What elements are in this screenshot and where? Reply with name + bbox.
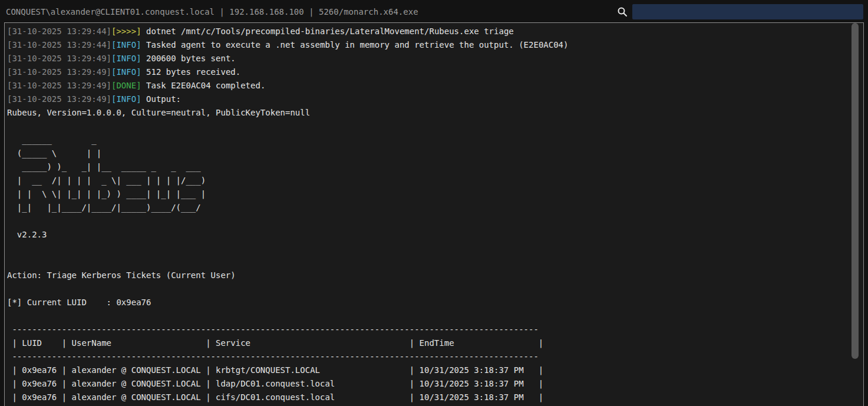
terminal-segment-text: Rubeus, Version=1.0.0.0, Culture=neutral… — [7, 108, 310, 117]
terminal-line: [31-10-2025 13:29:44][INFO] Tasked agent… — [7, 38, 848, 52]
terminal-line: | __ /| | | | _ \| ___ | | | |/___) — [7, 174, 848, 187]
terminal-segment-text: | | \ \| |_| | |_) ) ____| |_| |___ | — [7, 189, 206, 199]
terminal-segment-text: v2.2.3 — [7, 230, 47, 239]
terminal-line: [31-10-2025 13:29:49][INFO] 512 bytes re… — [7, 65, 848, 79]
terminal-segment-text: Output: — [141, 94, 181, 104]
scrollbar-thumb[interactable] — [852, 23, 859, 359]
terminal-segment-info: [INFO] — [111, 67, 141, 77]
terminal-segment-info: [INFO] — [111, 40, 141, 49]
terminal-segment-text: 200600 bytes sent. — [141, 54, 236, 63]
session-info: CONQUEST\alexander@CLIENT01.conquest.loc… — [6, 7, 418, 16]
terminal-line — [7, 255, 848, 269]
terminal-line: ----------------------------------------… — [7, 323, 848, 336]
terminal-line: [31-10-2025 13:29:49][INFO] 200600 bytes… — [7, 52, 848, 65]
terminal-line: [31-10-2025 13:29:49][DONE] Task E2E0AC0… — [7, 79, 848, 93]
terminal-line: | | \ \| |_| | |_) ) ____| |_| |___ | — [7, 187, 848, 201]
terminal-segment-text: | 0x9ea76 | alexander @ CONQUEST.LOCAL |… — [7, 392, 543, 402]
terminal-segment-text: | 0x9ea76 | alexander @ CONQUEST.LOCAL |… — [7, 379, 543, 388]
terminal-segment-info: [INFO] — [111, 54, 141, 63]
terminal-segment-command: [>>>>] — [111, 27, 141, 36]
terminal-panel: [31-10-2025 13:29:44][>>>>] dotnet /mnt/… — [4, 22, 864, 406]
search-icon[interactable] — [617, 6, 628, 17]
terminal-segment-text: dotnet /mnt/c/Tools/precompiled-binaries… — [141, 27, 514, 36]
agent-console: CONQUEST\alexander@CLIENT01.conquest.loc… — [0, 0, 868, 406]
terminal-segment-text: Tasked agent to execute a .net assembly … — [141, 40, 569, 49]
terminal-line — [7, 309, 848, 323]
terminal-line: [31-10-2025 13:29:44][>>>>] dotnet /mnt/… — [7, 25, 848, 38]
terminal-line — [7, 120, 848, 133]
terminal-segment-text: Task E2E0AC04 completed. — [141, 81, 266, 90]
search-area — [617, 4, 863, 19]
terminal-segment-info: [INFO] — [111, 94, 141, 104]
session-header: CONQUEST\alexander@CLIENT01.conquest.loc… — [0, 0, 868, 23]
search-input[interactable] — [632, 4, 863, 19]
terminal-line: ----------------------------------------… — [7, 350, 848, 364]
terminal-segment-text: ----------------------------------------… — [7, 325, 539, 334]
terminal-line: | LUID | UserName | Service | EndTime | — [7, 336, 848, 350]
terminal-line: Rubeus, Version=1.0.0.0, Culture=neutral… — [7, 106, 848, 120]
terminal-line: _____) )_ _| |__ _____ _ _ ___ — [7, 160, 848, 174]
terminal-segment-done: [DONE] — [111, 81, 141, 90]
terminal-segment-text: _____) )_ _| |__ _____ _ _ ___ — [7, 162, 206, 171]
terminal-segment-text: ----------------------------------------… — [7, 352, 539, 361]
terminal-segment-text: 512 bytes received. — [141, 67, 241, 77]
terminal-segment-text: | 0x9ea76 | alexander @ CONQUEST.LOCAL |… — [7, 365, 543, 375]
terminal-line: | 0x9ea76 | alexander @ CONQUEST.LOCAL |… — [7, 364, 848, 377]
terminal-segment-text: (_____ \ | | — [7, 148, 206, 158]
terminal-line: ______ _ — [7, 133, 848, 147]
terminal-line: | 0x9ea76 | alexander @ CONQUEST.LOCAL |… — [7, 377, 848, 391]
terminal-line: [31-10-2025 13:29:49][INFO] Output: — [7, 93, 848, 106]
terminal-segment-text: |_| |_|____/|____/|_____)____/(___/ — [7, 203, 201, 212]
terminal-segment-text: | LUID | UserName | Service | EndTime | — [7, 338, 543, 348]
terminal-line: |_| |_|____/|____/|_____)____/(___/ — [7, 201, 848, 214]
terminal-line: v2.2.3 — [7, 228, 848, 242]
terminal-segment-timestamp: [31-10-2025 13:29:49] — [7, 54, 111, 63]
terminal-line: [*] Current LUID : 0x9ea76 — [7, 296, 848, 309]
terminal-output[interactable]: [31-10-2025 13:29:44][>>>>] dotnet /mnt/… — [7, 25, 848, 406]
terminal-segment-timestamp: [31-10-2025 13:29:44] — [7, 40, 111, 49]
terminal-segment-timestamp: [31-10-2025 13:29:49] — [7, 67, 111, 77]
terminal-segment-text: | __ /| | | | _ \| ___ | | | |/___) — [7, 176, 206, 185]
terminal-segment-text: ______ _ — [7, 135, 206, 144]
terminal-segment-text: Action: Triage Kerberos Tickets (Current… — [7, 270, 236, 280]
terminal-line: (_____ \ | | — [7, 147, 848, 160]
terminal-segment-timestamp: [31-10-2025 13:29:49] — [7, 81, 111, 90]
terminal-segment-text: [*] Current LUID : 0x9ea76 — [7, 298, 151, 307]
terminal-line: | 0x9ea76 | alexander @ CONQUEST.LOCAL |… — [7, 391, 848, 404]
terminal-scrollbar[interactable] — [852, 23, 859, 406]
terminal-line — [7, 242, 848, 255]
terminal-line — [7, 214, 848, 228]
terminal-segment-timestamp: [31-10-2025 13:29:44] — [7, 27, 111, 36]
terminal-line: Action: Triage Kerberos Tickets (Current… — [7, 269, 848, 282]
terminal-segment-timestamp: [31-10-2025 13:29:49] — [7, 94, 111, 104]
terminal-line — [7, 282, 848, 296]
